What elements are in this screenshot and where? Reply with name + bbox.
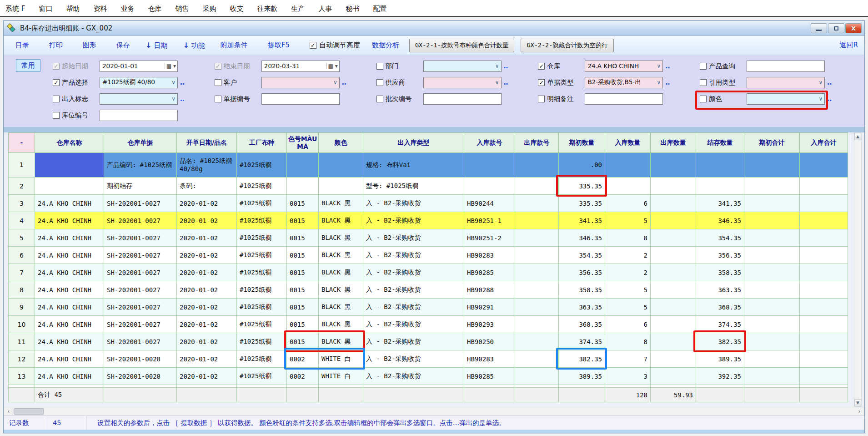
- horizontal-scrollbar[interactable]: ‹ ›: [4, 407, 864, 416]
- menu-item[interactable]: 资料: [93, 5, 107, 13]
- auto-height-checkbox[interactable]: ✓: [310, 42, 316, 49]
- menu-item[interactable]: 系统 F: [5, 5, 25, 13]
- table-row[interactable]: 524.A KHO CHINHSH-202001-00272020-01-02#…: [9, 229, 848, 247]
- chevron-down-icon[interactable]: ∨: [171, 79, 176, 86]
- column-header[interactable]: 仓库单据: [104, 133, 177, 153]
- filter-select[interactable]: B2-采购收货,B5-出∨: [585, 77, 663, 88]
- filter-checkbox[interactable]: ✓: [53, 79, 60, 86]
- menu-item[interactable]: 配置: [373, 5, 386, 13]
- filter-date-input[interactable]: 2020-03-31▦ ▾: [261, 61, 340, 72]
- more-options-dots[interactable]: ‥: [180, 78, 185, 86]
- column-header[interactable]: 仓库名称: [35, 133, 104, 153]
- restore-button[interactable]: [828, 23, 844, 33]
- toolbar-item-date[interactable]: ↓日期: [146, 41, 167, 50]
- column-header[interactable]: 颜色: [319, 133, 363, 153]
- column-header[interactable]: 色号MÀU MÃ: [287, 133, 319, 153]
- filter-input[interactable]: [585, 93, 663, 105]
- close-button[interactable]: X: [845, 23, 862, 33]
- toolbar-item-chart[interactable]: 图形: [83, 41, 96, 50]
- filter-checkbox[interactable]: ✓: [215, 63, 221, 70]
- table-row[interactable]: 1324.A KHO CHINHSH-202001-00282020-01-02…: [9, 368, 848, 385]
- more-options-dots[interactable]: ‥: [180, 95, 185, 103]
- filter-checkbox[interactable]: [700, 96, 707, 102]
- menu-item[interactable]: 生产: [291, 5, 305, 13]
- menu-item[interactable]: 收支: [230, 5, 243, 13]
- filter-select[interactable]: ∨: [423, 77, 502, 88]
- filter-checkbox[interactable]: [538, 96, 545, 102]
- menu-item[interactable]: 仓库: [148, 5, 161, 13]
- column-header[interactable]: 出库款号: [515, 133, 559, 153]
- filter-checkbox[interactable]: ✓: [538, 63, 545, 70]
- chevron-down-icon[interactable]: ∨: [333, 79, 338, 86]
- filter-select[interactable]: 24.A KHO CHINH∨: [585, 61, 663, 72]
- menu-item[interactable]: 业务: [120, 5, 134, 13]
- more-options-dots[interactable]: ‥: [665, 62, 670, 70]
- column-header[interactable]: 入库数量: [605, 133, 651, 153]
- menu-item[interactable]: 销售: [175, 5, 189, 13]
- filter-select[interactable]: ∨: [261, 77, 340, 88]
- column-header[interactable]: 入库合计: [800, 133, 848, 153]
- filter-date-input[interactable]: 2020-01-01▦ ▾: [100, 61, 178, 72]
- table-row[interactable]: 324.A KHO CHINHSH-202001-00272020-01-02#…: [9, 195, 848, 212]
- more-options-dots[interactable]: ‥: [827, 78, 832, 86]
- column-header[interactable]: 开单日期/品名: [177, 133, 237, 153]
- table-row[interactable]: 1产品编码: #1025纸襉品名: #1025纸襉 40/80g#1025纸襉规…: [9, 153, 848, 177]
- filter-checkbox[interactable]: [53, 96, 60, 102]
- filter-checkbox[interactable]: [376, 63, 383, 70]
- chevron-down-icon[interactable]: ∨: [657, 79, 662, 86]
- filter-select[interactable]: #1025纸襉 40/80∨: [100, 77, 178, 88]
- filter-checkbox[interactable]: [376, 79, 383, 86]
- column-header[interactable]: 工厂布种: [237, 133, 287, 153]
- filter-select[interactable]: ∨: [100, 93, 178, 105]
- column-header[interactable]: 入库款号: [464, 133, 515, 153]
- column-header[interactable]: 结存数量: [696, 133, 744, 153]
- filter-input[interactable]: [747, 61, 825, 72]
- chevron-down-icon[interactable]: ∨: [657, 63, 662, 69]
- menu-item[interactable]: 采购: [202, 5, 216, 13]
- more-options-dots[interactable]: ‥: [827, 95, 832, 103]
- table-row[interactable]: 724.A KHO CHINHSH-202001-00272020-01-02#…: [9, 264, 848, 281]
- column-header[interactable]: 出入库类型: [363, 133, 464, 153]
- minimize-button[interactable]: [811, 23, 827, 33]
- menu-item[interactable]: 窗口: [39, 5, 52, 13]
- filter-checkbox[interactable]: [700, 79, 707, 86]
- filter-checkbox[interactable]: [53, 112, 60, 119]
- toolbar-item-extra-condition[interactable]: 附加条件: [221, 41, 248, 50]
- return-link[interactable]: 返回R: [840, 41, 858, 50]
- chevron-down-icon[interactable]: ∨: [495, 79, 500, 86]
- chevron-down-icon[interactable]: ∨: [818, 79, 823, 86]
- more-options-dots[interactable]: ‥: [504, 78, 509, 86]
- data-analysis-link[interactable]: 数据分析: [372, 41, 399, 50]
- column-header[interactable]: -: [9, 133, 35, 153]
- table-row[interactable]: 924.A KHO CHINHSH-202001-00272020-01-02#…: [9, 299, 848, 316]
- auto-height-toggle[interactable]: ✓ 自动调节高度: [310, 41, 360, 50]
- table-row[interactable]: 1224.A KHO CHINHSH-202001-00282020-01-02…: [9, 350, 848, 368]
- column-header[interactable]: 期初数量: [559, 133, 605, 153]
- table-row[interactable]: 1024.A KHO CHINHSH-202001-00272020-01-02…: [9, 316, 848, 333]
- filter-select[interactable]: ∨: [747, 93, 825, 105]
- table-row[interactable]: 424.A KHO CHINHSH-202001-00272020-01-02#…: [9, 212, 848, 229]
- filter-select[interactable]: ∨: [423, 61, 502, 72]
- toolbar-item-fetch-f5[interactable]: 提取F5: [268, 41, 290, 50]
- more-options-dots[interactable]: ‥: [342, 78, 347, 86]
- filter-checkbox[interactable]: [215, 79, 221, 86]
- calendar-icon[interactable]: ▦ ▾: [165, 63, 176, 69]
- gx-2-1-button[interactable]: GX-2-1-按款号布种颜色合计数量: [409, 39, 514, 52]
- filter-checkbox[interactable]: ✓: [53, 63, 60, 70]
- toolbar-item-print[interactable]: 打印: [49, 41, 63, 50]
- scroll-right-icon[interactable]: ›: [855, 408, 863, 415]
- toolbar-item-save[interactable]: 保存: [116, 41, 130, 50]
- scroll-left-icon[interactable]: ‹: [5, 408, 13, 415]
- filter-checkbox[interactable]: ✓: [538, 79, 545, 86]
- table-row[interactable]: 824.A KHO CHINHSH-202001-00272020-01-02#…: [9, 281, 848, 299]
- gx-2-2-button[interactable]: GX-2-2-隐藏合计数为空的行: [521, 39, 613, 52]
- chevron-down-icon[interactable]: ∨: [495, 63, 500, 69]
- menu-item[interactable]: 帮助: [66, 5, 80, 13]
- column-header[interactable]: 出库数量: [651, 133, 696, 153]
- filter-input[interactable]: [423, 93, 502, 105]
- menu-item[interactable]: 人事: [318, 5, 332, 13]
- filter-checkbox[interactable]: [376, 96, 383, 102]
- menu-item[interactable]: 秘书: [346, 5, 359, 13]
- column-header[interactable]: 期初合计: [744, 133, 800, 153]
- more-options-dots[interactable]: ‥: [665, 78, 670, 86]
